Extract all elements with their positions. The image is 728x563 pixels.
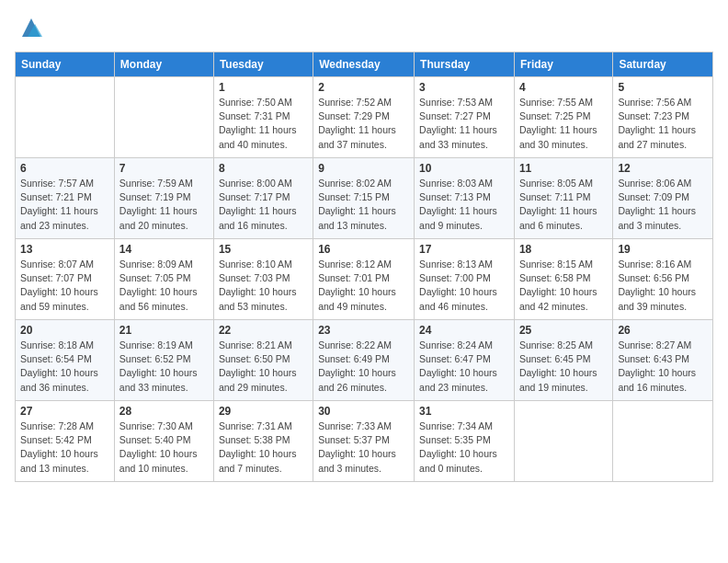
- day-number: 23: [318, 324, 409, 337]
- calendar-cell: 18Sunrise: 8:15 AM Sunset: 6:58 PM Dayli…: [514, 239, 612, 320]
- day-number: 22: [219, 324, 308, 337]
- day-number: 21: [119, 324, 209, 337]
- day-info: Sunrise: 7:34 AM Sunset: 5:35 PM Dayligh…: [419, 419, 509, 476]
- day-number: 10: [419, 162, 509, 175]
- day-info: Sunrise: 7:53 AM Sunset: 7:27 PM Dayligh…: [419, 96, 509, 152]
- day-number: 18: [519, 243, 608, 256]
- day-info: Sunrise: 8:09 AM Sunset: 7:05 PM Dayligh…: [119, 258, 209, 314]
- calendar-cell: [114, 77, 213, 158]
- day-number: 9: [318, 162, 409, 175]
- day-info: Sunrise: 7:28 AM Sunset: 5:42 PM Dayligh…: [20, 419, 109, 476]
- day-number: 16: [318, 243, 409, 256]
- day-number: 12: [618, 162, 708, 175]
- day-number: 17: [419, 243, 509, 256]
- day-number: 14: [119, 243, 209, 256]
- day-info: Sunrise: 8:25 AM Sunset: 6:45 PM Dayligh…: [519, 339, 608, 395]
- calendar-cell: 1Sunrise: 7:50 AM Sunset: 7:31 PM Daylig…: [213, 77, 313, 158]
- calendar-cell: 7Sunrise: 7:59 AM Sunset: 7:19 PM Daylig…: [114, 158, 213, 239]
- day-number: 19: [618, 243, 708, 256]
- day-number: 24: [419, 324, 509, 337]
- day-info: Sunrise: 8:24 AM Sunset: 6:47 PM Dayligh…: [419, 339, 509, 395]
- day-info: Sunrise: 8:06 AM Sunset: 7:09 PM Dayligh…: [618, 177, 708, 233]
- calendar-cell: 12Sunrise: 8:06 AM Sunset: 7:09 PM Dayli…: [613, 158, 713, 239]
- day-info: Sunrise: 8:27 AM Sunset: 6:43 PM Dayligh…: [618, 339, 708, 395]
- day-of-week-header: Friday: [514, 52, 612, 77]
- calendar-cell: 17Sunrise: 8:13 AM Sunset: 7:00 PM Dayli…: [415, 239, 515, 320]
- calendar-cell: [514, 401, 612, 482]
- logo: [15, 15, 44, 40]
- day-info: Sunrise: 7:50 AM Sunset: 7:31 PM Dayligh…: [219, 96, 308, 152]
- calendar-cell: 31Sunrise: 7:34 AM Sunset: 5:35 PM Dayli…: [415, 401, 515, 482]
- calendar-cell: 27Sunrise: 7:28 AM Sunset: 5:42 PM Dayli…: [16, 401, 115, 482]
- calendar-week-row: 13Sunrise: 8:07 AM Sunset: 7:07 PM Dayli…: [16, 239, 713, 320]
- header-row: SundayMondayTuesdayWednesdayThursdayFrid…: [16, 52, 713, 77]
- day-info: Sunrise: 7:30 AM Sunset: 5:40 PM Dayligh…: [119, 419, 209, 476]
- day-info: Sunrise: 8:03 AM Sunset: 7:13 PM Dayligh…: [419, 177, 509, 233]
- page-header: [15, 15, 713, 40]
- day-info: Sunrise: 8:21 AM Sunset: 6:50 PM Dayligh…: [219, 339, 308, 395]
- day-of-week-header: Tuesday: [213, 52, 313, 77]
- calendar-week-row: 1Sunrise: 7:50 AM Sunset: 7:31 PM Daylig…: [16, 77, 713, 158]
- day-info: Sunrise: 7:57 AM Sunset: 7:21 PM Dayligh…: [20, 177, 109, 233]
- calendar-cell: 6Sunrise: 7:57 AM Sunset: 7:21 PM Daylig…: [16, 158, 115, 239]
- day-number: 26: [618, 324, 708, 337]
- calendar-cell: 13Sunrise: 8:07 AM Sunset: 7:07 PM Dayli…: [16, 239, 115, 320]
- day-number: 3: [419, 81, 509, 94]
- day-number: 15: [219, 243, 308, 256]
- day-info: Sunrise: 8:19 AM Sunset: 6:52 PM Dayligh…: [119, 339, 209, 395]
- day-number: 25: [519, 324, 608, 337]
- calendar-cell: 20Sunrise: 8:18 AM Sunset: 6:54 PM Dayli…: [16, 320, 115, 401]
- calendar-cell: 22Sunrise: 8:21 AM Sunset: 6:50 PM Dayli…: [213, 320, 313, 401]
- day-number: 8: [219, 162, 308, 175]
- day-number: 28: [119, 405, 209, 418]
- calendar-cell: 30Sunrise: 7:33 AM Sunset: 5:37 PM Dayli…: [313, 401, 415, 482]
- day-number: 5: [618, 81, 708, 94]
- calendar-cell: 21Sunrise: 8:19 AM Sunset: 6:52 PM Dayli…: [114, 320, 213, 401]
- day-info: Sunrise: 7:59 AM Sunset: 7:19 PM Dayligh…: [119, 177, 209, 233]
- day-info: Sunrise: 8:18 AM Sunset: 6:54 PM Dayligh…: [20, 339, 109, 395]
- calendar-week-row: 6Sunrise: 7:57 AM Sunset: 7:21 PM Daylig…: [16, 158, 713, 239]
- logo-icon: [18, 15, 44, 40]
- calendar-cell: 24Sunrise: 8:24 AM Sunset: 6:47 PM Dayli…: [415, 320, 515, 401]
- calendar-cell: 10Sunrise: 8:03 AM Sunset: 7:13 PM Dayli…: [415, 158, 515, 239]
- day-number: 29: [219, 405, 308, 418]
- day-info: Sunrise: 8:00 AM Sunset: 7:17 PM Dayligh…: [219, 177, 308, 233]
- day-number: 4: [519, 81, 608, 94]
- calendar-cell: [613, 401, 713, 482]
- day-number: 2: [318, 81, 409, 94]
- day-info: Sunrise: 7:31 AM Sunset: 5:38 PM Dayligh…: [219, 419, 308, 476]
- calendar-cell: 28Sunrise: 7:30 AM Sunset: 5:40 PM Dayli…: [114, 401, 213, 482]
- calendar-cell: 5Sunrise: 7:56 AM Sunset: 7:23 PM Daylig…: [613, 77, 713, 158]
- day-number: 6: [20, 162, 109, 175]
- day-number: 7: [119, 162, 209, 175]
- day-number: 1: [219, 81, 308, 94]
- day-info: Sunrise: 7:33 AM Sunset: 5:37 PM Dayligh…: [318, 419, 409, 476]
- calendar-cell: 8Sunrise: 8:00 AM Sunset: 7:17 PM Daylig…: [213, 158, 313, 239]
- day-of-week-header: Saturday: [613, 52, 713, 77]
- calendar-cell: 11Sunrise: 8:05 AM Sunset: 7:11 PM Dayli…: [514, 158, 612, 239]
- day-of-week-header: Wednesday: [313, 52, 415, 77]
- day-number: 11: [519, 162, 608, 175]
- day-info: Sunrise: 8:10 AM Sunset: 7:03 PM Dayligh…: [219, 258, 308, 314]
- calendar-cell: 3Sunrise: 7:53 AM Sunset: 7:27 PM Daylig…: [415, 77, 515, 158]
- calendar-week-row: 20Sunrise: 8:18 AM Sunset: 6:54 PM Dayli…: [16, 320, 713, 401]
- calendar-cell: 29Sunrise: 7:31 AM Sunset: 5:38 PM Dayli…: [213, 401, 313, 482]
- calendar-cell: [16, 77, 115, 158]
- day-of-week-header: Sunday: [16, 52, 115, 77]
- day-info: Sunrise: 7:55 AM Sunset: 7:25 PM Dayligh…: [519, 96, 608, 152]
- calendar-cell: 15Sunrise: 8:10 AM Sunset: 7:03 PM Dayli…: [213, 239, 313, 320]
- day-number: 27: [20, 405, 109, 418]
- day-number: 13: [20, 243, 109, 256]
- day-number: 31: [419, 405, 509, 418]
- calendar-cell: 19Sunrise: 8:16 AM Sunset: 6:56 PM Dayli…: [613, 239, 713, 320]
- day-of-week-header: Monday: [114, 52, 213, 77]
- calendar-cell: 25Sunrise: 8:25 AM Sunset: 6:45 PM Dayli…: [514, 320, 612, 401]
- day-info: Sunrise: 8:12 AM Sunset: 7:01 PM Dayligh…: [318, 258, 409, 314]
- calendar-cell: 2Sunrise: 7:52 AM Sunset: 7:29 PM Daylig…: [313, 77, 415, 158]
- day-info: Sunrise: 8:07 AM Sunset: 7:07 PM Dayligh…: [20, 258, 109, 314]
- day-info: Sunrise: 7:52 AM Sunset: 7:29 PM Dayligh…: [318, 96, 409, 152]
- calendar-cell: 9Sunrise: 8:02 AM Sunset: 7:15 PM Daylig…: [313, 158, 415, 239]
- calendar-cell: 16Sunrise: 8:12 AM Sunset: 7:01 PM Dayli…: [313, 239, 415, 320]
- calendar-cell: 26Sunrise: 8:27 AM Sunset: 6:43 PM Dayli…: [613, 320, 713, 401]
- calendar-cell: 4Sunrise: 7:55 AM Sunset: 7:25 PM Daylig…: [514, 77, 612, 158]
